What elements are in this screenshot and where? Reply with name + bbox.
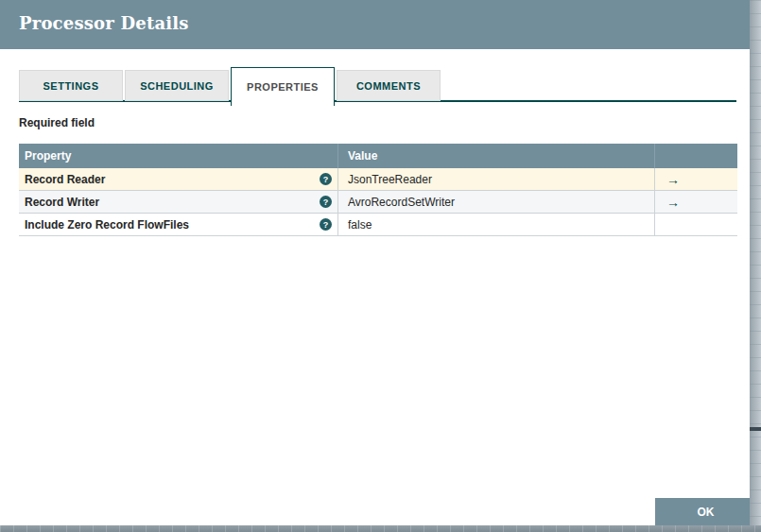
property-cell: Record Writer? — [19, 191, 338, 213]
column-header-value: Value — [338, 144, 655, 168]
table-row[interactable]: Record Reader?JsonTreeReader→ — [19, 168, 737, 191]
property-name: Include Zero Record FlowFiles — [25, 218, 189, 232]
properties-table: Property Value Record Reader?JsonTreeRea… — [19, 144, 737, 236]
help-icon[interactable]: ? — [320, 196, 332, 208]
column-header-property: Property — [19, 144, 338, 168]
processor-details-dialog: Processor Details SETTINGSSCHEDULINGPROP… — [0, 0, 750, 525]
table-row[interactable]: Record Writer?AvroRecordSetWriter→ — [19, 191, 737, 214]
dialog-header: Processor Details — [0, 0, 756, 49]
canvas-background-right — [750, 0, 761, 532]
go-to-service-icon[interactable]: → — [666, 173, 680, 186]
help-icon[interactable]: ? — [320, 218, 332, 231]
canvas-object-marker — [750, 427, 761, 431]
actions-cell — [655, 214, 737, 235]
tab-properties[interactable]: PROPERTIES — [231, 67, 335, 106]
required-field-hint: Required field — [19, 116, 95, 129]
ok-button[interactable]: OK — [655, 498, 756, 525]
property-name: Record Reader — [25, 173, 105, 186]
canvas-background-bottom — [0, 525, 761, 532]
property-cell: Record Reader? — [19, 168, 338, 190]
property-value: JsonTreeReader — [338, 168, 655, 190]
tab-comments[interactable]: COMMENTS — [337, 70, 441, 101]
dialog-title: Processor Details — [19, 13, 189, 33]
property-value: false — [338, 214, 655, 235]
property-name: Record Writer — [25, 196, 99, 209]
property-cell: Include Zero Record FlowFiles? — [19, 214, 338, 235]
tab-settings[interactable]: SETTINGS — [19, 70, 123, 101]
properties-table-body: Record Reader?JsonTreeReader→Record Writ… — [19, 168, 737, 236]
property-value: AvroRecordSetWriter — [338, 191, 655, 213]
actions-cell: → — [655, 168, 737, 190]
column-header-actions — [655, 144, 737, 168]
actions-cell: → — [655, 191, 737, 213]
table-header-row: Property Value — [19, 144, 737, 168]
help-icon[interactable]: ? — [320, 173, 332, 185]
table-row[interactable]: Include Zero Record FlowFiles?false — [19, 214, 737, 236]
go-to-service-icon[interactable]: → — [666, 196, 680, 209]
tab-scheduling[interactable]: SCHEDULING — [125, 70, 229, 101]
